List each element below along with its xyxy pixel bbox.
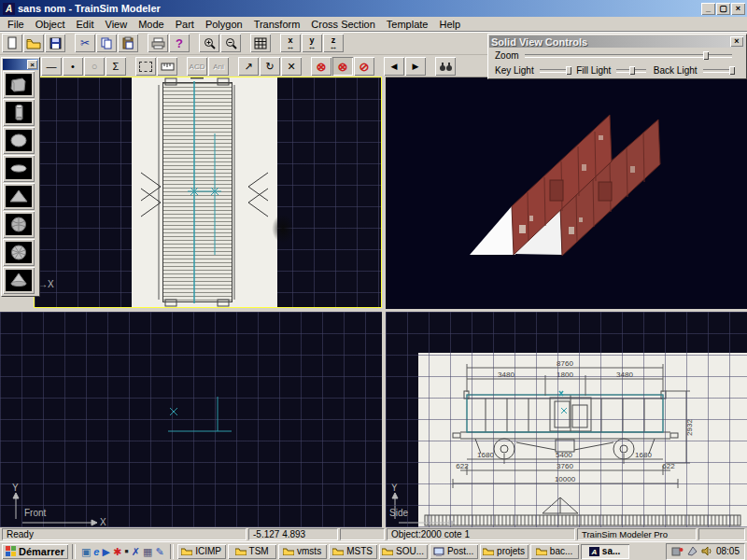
hide-object-button[interactable]: ⊗ xyxy=(311,57,331,76)
point-tool-button[interactable]: • xyxy=(63,57,83,76)
menu-polygon[interactable]: Polygon xyxy=(200,18,248,31)
task-trainsim-active[interactable]: A sa... xyxy=(581,544,629,559)
dark-app-icon[interactable]: ▪ xyxy=(124,545,129,558)
shape-cylinder-button[interactable] xyxy=(3,99,35,126)
taskbar-clock[interactable]: 08:05 xyxy=(716,546,740,556)
menu-file[interactable]: File xyxy=(2,18,30,31)
open-file-button[interactable] xyxy=(23,34,44,52)
task-bac[interactable]: bac... xyxy=(530,544,579,559)
menu-cross-section[interactable]: Cross Section xyxy=(305,18,380,31)
scale-icon: ✕ xyxy=(287,61,295,73)
save-button[interactable] xyxy=(45,34,65,52)
shape-wedge-button[interactable] xyxy=(3,183,35,210)
scanner-tray-icon[interactable] xyxy=(687,546,698,556)
axis-y-button[interactable]: y↔ xyxy=(302,34,322,52)
new-file-button[interactable] xyxy=(2,34,22,52)
svg-text:X: X xyxy=(100,517,106,527)
start-button[interactable]: Démarrer xyxy=(2,544,68,559)
solid-view-controls-titlebar[interactable]: Solid View Controls × xyxy=(489,35,745,48)
menu-template[interactable]: Template xyxy=(381,18,434,31)
shape-disc-button[interactable] xyxy=(3,155,35,182)
ruler-button[interactable] xyxy=(157,57,177,76)
grid-app-icon[interactable]: ▦ xyxy=(143,545,152,558)
scale-tool-button[interactable]: ✕ xyxy=(281,57,302,76)
grid-toggle-button[interactable] xyxy=(250,34,271,52)
menu-help[interactable]: Help xyxy=(433,18,466,31)
sigma-tool-button[interactable]: Σ xyxy=(106,57,126,76)
palette-close-button[interactable]: × xyxy=(27,60,37,69)
shape-box-button[interactable] xyxy=(3,71,35,98)
zoom-slider[interactable] xyxy=(525,50,732,60)
animate-button[interactable]: Ani xyxy=(208,57,229,76)
shape-palette-titlebar[interactable]: × xyxy=(3,59,38,70)
fill-light-slider[interactable] xyxy=(616,65,645,75)
maximize-button[interactable]: ▢ xyxy=(716,3,730,15)
rotate-tool-button[interactable]: ↻ xyxy=(260,57,280,76)
task-post[interactable]: Post... xyxy=(430,544,478,559)
previous-button[interactable]: ◀ xyxy=(384,57,404,76)
circle-tool-button[interactable]: ○ xyxy=(84,57,105,76)
key-light-slider[interactable] xyxy=(540,65,569,75)
axis-x-button[interactable]: x↔ xyxy=(280,34,301,52)
trainsim-modeler-window: A sans nom - TrainSim Modeler _ ▢ × File… xyxy=(0,0,747,560)
help-button[interactable]: ? xyxy=(169,34,190,52)
close-button[interactable]: × xyxy=(731,3,745,15)
task-tsm[interactable]: TSM xyxy=(228,544,276,559)
task-vmsts[interactable]: vmsts xyxy=(278,544,327,559)
folder-icon xyxy=(283,547,294,555)
viewport-side[interactable]: 8760 3480 1800 3480 2932 1680 5400 1680 … xyxy=(386,312,747,527)
task-sou[interactable]: SOU... xyxy=(379,544,428,559)
print-button[interactable] xyxy=(148,34,168,52)
cut-button[interactable]: ✂ xyxy=(75,34,95,52)
status-end-spacer xyxy=(698,528,745,540)
pen-app-icon[interactable]: ✎ xyxy=(155,545,163,558)
minimize-button[interactable]: _ xyxy=(701,3,715,15)
media-player-icon[interactable]: ▶ xyxy=(102,545,109,558)
zoom-in-button[interactable] xyxy=(199,34,219,52)
menu-transform[interactable]: Transform xyxy=(248,18,306,31)
menu-part[interactable]: Part xyxy=(170,18,200,31)
back-light-thumb[interactable] xyxy=(729,66,735,75)
viewport-3d[interactable] xyxy=(386,77,747,309)
back-light-slider[interactable] xyxy=(703,65,732,75)
acd-button[interactable]: ACD xyxy=(187,57,207,76)
shape-sphere-button[interactable] xyxy=(3,127,35,154)
next-button[interactable]: ▶ xyxy=(405,57,426,76)
task-icimp[interactable]: ICIMP xyxy=(177,544,226,559)
show-desktop-icon[interactable]: ▣ xyxy=(81,545,91,558)
fill-light-thumb[interactable] xyxy=(629,66,635,75)
toolbar-separator xyxy=(303,57,311,76)
hide-polygon-button[interactable]: ⊘ xyxy=(354,57,374,76)
menu-view[interactable]: View xyxy=(100,18,134,31)
shape-geosphere-2-button[interactable] xyxy=(3,239,35,266)
system-tray: 08:05 xyxy=(666,543,745,560)
line-tool-button[interactable]: — xyxy=(41,57,62,76)
menu-edit[interactable]: Edit xyxy=(71,18,100,31)
device-tray-icon[interactable] xyxy=(671,546,684,556)
axis-z-button[interactable]: z↔ xyxy=(323,34,344,52)
hide-part-button[interactable]: ⊗ xyxy=(332,57,353,76)
find-button[interactable] xyxy=(435,57,456,76)
shape-cone-button[interactable] xyxy=(3,267,35,294)
move-tool-button[interactable]: ↗ xyxy=(238,57,259,76)
viewport-front[interactable]: Y X Front xyxy=(0,312,382,527)
key-light-thumb[interactable] xyxy=(566,66,571,75)
solid-view-close-button[interactable]: × xyxy=(730,36,743,47)
title-bar[interactable]: A sans nom - TrainSim Modeler _ ▢ × xyxy=(0,0,747,17)
menu-mode[interactable]: Mode xyxy=(133,18,170,31)
task-projets[interactable]: projets xyxy=(480,544,529,559)
zoom-slider-thumb[interactable] xyxy=(703,51,709,60)
zoom-out-button[interactable] xyxy=(220,34,241,52)
viewport-top[interactable]: →X xyxy=(34,77,382,308)
paste-button[interactable] xyxy=(118,34,138,52)
internet-explorer-icon[interactable]: e xyxy=(93,545,99,558)
volume-tray-icon[interactable] xyxy=(701,546,712,556)
copy-button[interactable] xyxy=(96,34,117,52)
red-star-app-icon[interactable]: ✱ xyxy=(113,545,121,558)
shape-geosphere-1-button[interactable] xyxy=(3,211,35,238)
task-msts[interactable]: MSTS xyxy=(329,544,377,559)
select-marquee-button[interactable] xyxy=(135,57,156,76)
blue-tool-icon[interactable]: ✗ xyxy=(132,545,140,558)
workspace: →X xyxy=(0,77,747,527)
menu-object[interactable]: Object xyxy=(30,18,71,31)
